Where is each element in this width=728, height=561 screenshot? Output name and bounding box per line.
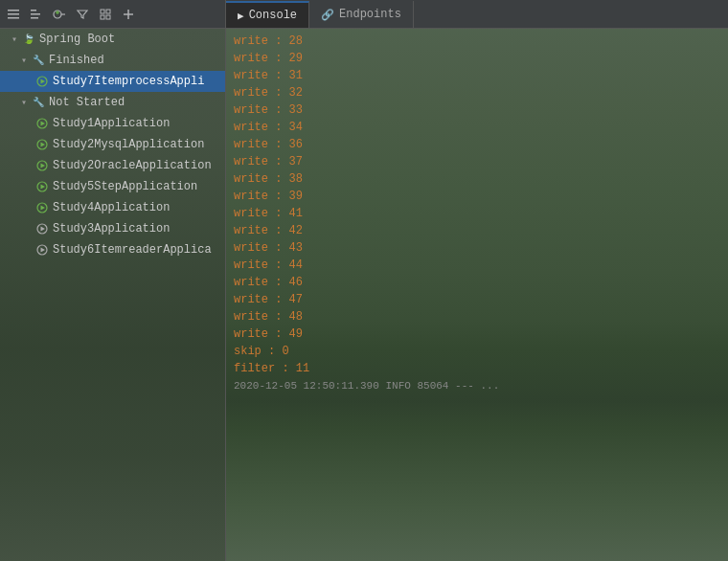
study7-label: Study7ItemprocessAppli (53, 75, 204, 88)
svg-marker-31 (41, 248, 46, 253)
finished-label: Finished (49, 54, 104, 67)
svg-rect-3 (31, 10, 36, 11)
tree-item-study2mysql[interactable]: Study2MysqlApplication (0, 134, 225, 155)
arrow-springboot: ▾ (8, 34, 21, 45)
svg-marker-27 (41, 206, 46, 211)
toolbar-btn-group[interactable] (4, 5, 23, 24)
console-line-3: write : 31 (234, 67, 720, 84)
stopped-icon-7 (34, 242, 50, 258)
right-panel: ▶ Console 🔗 Endpoints write : 28 write :… (226, 0, 728, 561)
tree-item-study3[interactable]: Study3Application (0, 218, 225, 239)
svg-rect-13 (106, 15, 110, 19)
console-line-16: write : 47 (234, 291, 720, 308)
stopped-icon-2 (34, 137, 50, 152)
svg-rect-12 (101, 15, 104, 19)
console-line-5: write : 33 (234, 101, 720, 119)
endpoints-tab-label: Endpoints (339, 8, 401, 21)
tree-item-study5step[interactable]: Study5StepApplication (0, 176, 225, 197)
console-line-filter: filter : 11 (234, 360, 720, 377)
notstarted-label: Not Started (49, 96, 125, 109)
console-line-17: write : 48 (234, 308, 720, 325)
tree-item-study1[interactable]: Study1Application (0, 113, 225, 134)
stopped-icon-4 (34, 179, 50, 194)
tree-item-springboot[interactable]: ▾ 🍃 Spring Boot (0, 29, 225, 50)
svg-rect-4 (31, 13, 40, 15)
svg-marker-25 (41, 185, 46, 190)
console-tab-icon: ▶ (238, 10, 244, 22)
toolbar-btn-add[interactable] (50, 5, 69, 24)
console-line-18: write : 49 (234, 325, 720, 343)
console-line-status: 2020-12-05 12:50:11.390 INFO 85064 --- .… (234, 377, 720, 394)
svg-rect-11 (106, 10, 110, 13)
svg-marker-23 (41, 164, 46, 168)
svg-marker-29 (41, 227, 46, 232)
toolbar (0, 0, 225, 29)
tab-bar: ▶ Console 🔗 Endpoints (226, 0, 728, 29)
tree-item-study2oracle[interactable]: Study2OracleApplication (0, 155, 225, 176)
console-line-15: write : 46 (234, 274, 720, 291)
endpoints-tab-icon: 🔗 (321, 9, 334, 21)
tree-item-notstarted[interactable]: ▾ 🔧 Not Started (0, 92, 225, 113)
console-line-12: write : 42 (234, 222, 720, 239)
svg-marker-21 (41, 143, 46, 147)
console-line-13: write : 43 (234, 239, 720, 257)
tree-content: ▾ 🍃 Spring Boot ▾ 🔧 Finished (0, 29, 225, 260)
stopped-icon-5 (34, 200, 50, 215)
finished-icon: 🔧 (31, 53, 46, 68)
svg-rect-5 (31, 17, 38, 19)
main-area: ▾ 🍃 Spring Boot ▾ 🔧 Finished (0, 0, 728, 561)
console-line-11: write : 41 (234, 205, 720, 222)
console-content: write : 28 write : 29 write : 31 write :… (234, 33, 720, 394)
tree-item-study4[interactable]: Study4Application (0, 197, 225, 218)
tree-item-study6[interactable]: Study6ItemreaderApplica (0, 239, 225, 260)
console-line-2: write : 29 (234, 50, 720, 67)
tab-endpoints[interactable]: 🔗 Endpoints (309, 1, 414, 28)
console-line-7: write : 36 (234, 136, 720, 153)
console-line-14: write : 44 (234, 257, 720, 274)
stopped-icon-6 (34, 221, 50, 236)
console-line-8: write : 37 (234, 153, 720, 170)
left-panel: ▾ 🍃 Spring Boot ▾ 🔧 Finished (0, 0, 226, 561)
springboot-label: Spring Boot (39, 33, 115, 46)
tab-console[interactable]: ▶ Console (226, 1, 309, 28)
toolbar-btn-collapse[interactable] (27, 5, 46, 24)
arrow-notstarted: ▾ (17, 97, 31, 108)
app-container: ▾ 🍃 Spring Boot ▾ 🔧 Finished (0, 0, 728, 561)
stopped-icon-3 (34, 158, 50, 173)
study2mysql-label: Study2MysqlApplication (53, 138, 204, 151)
study1-label: Study1Application (53, 117, 170, 130)
toolbar-btn-filter[interactable] (73, 5, 92, 24)
study4-label: Study4Application (53, 201, 170, 214)
tree-item-study7[interactable]: Study7ItemprocessAppli (0, 71, 225, 92)
console-line-skip: skip : 0 (234, 343, 720, 360)
console-line-10: write : 39 (234, 188, 720, 205)
tree-item-finished[interactable]: ▾ 🔧 Finished (0, 50, 225, 71)
tree-area: ▾ 🍃 Spring Boot ▾ 🔧 Finished (0, 29, 225, 561)
console-area[interactable]: write : 28 write : 29 write : 31 write :… (226, 29, 728, 561)
springboot-icon: 🍃 (21, 32, 36, 47)
running-icon (34, 74, 50, 89)
arrow-finished: ▾ (17, 55, 31, 66)
console-line-6: write : 34 (234, 119, 720, 136)
study6-label: Study6ItemreaderApplica (53, 243, 212, 257)
svg-rect-2 (8, 17, 19, 19)
console-line-4: write : 32 (234, 84, 720, 101)
toolbar-btn-new[interactable] (119, 5, 138, 24)
toolbar-btn-settings[interactable] (96, 5, 115, 24)
stopped-icon-1 (34, 116, 50, 131)
console-line-1: write : 28 (234, 33, 720, 50)
study5step-label: Study5StepApplication (53, 180, 197, 193)
svg-rect-10 (101, 10, 104, 13)
svg-rect-0 (8, 10, 19, 11)
notstarted-icon: 🔧 (31, 95, 46, 110)
svg-marker-17 (41, 79, 46, 84)
svg-rect-1 (8, 13, 19, 15)
svg-marker-19 (41, 122, 46, 126)
console-line-9: write : 38 (234, 170, 720, 188)
study2oracle-label: Study2OracleApplication (53, 159, 212, 172)
study3-label: Study3Application (53, 222, 170, 236)
console-tab-label: Console (249, 9, 297, 22)
